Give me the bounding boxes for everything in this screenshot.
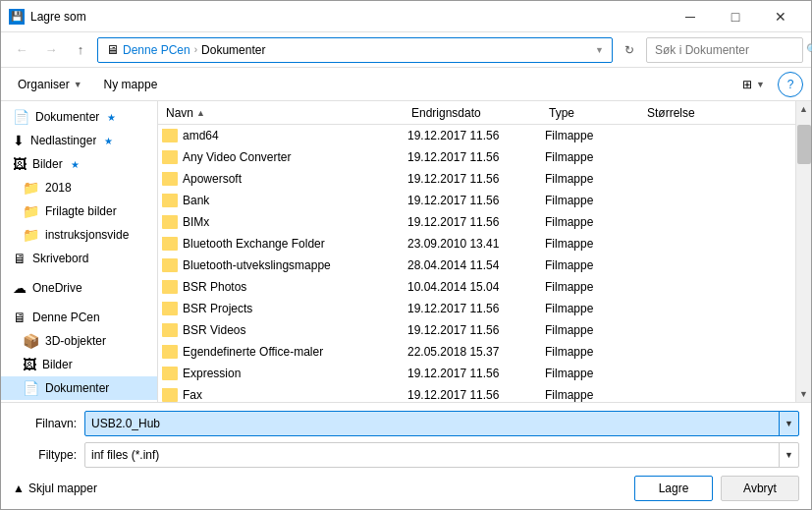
folder-icon-instruksjons: 📁 (23, 227, 39, 243)
scroll-down-arrow[interactable]: ▼ (796, 386, 812, 402)
path-root: Denne PCen (123, 43, 190, 57)
col-header-type[interactable]: Type (545, 101, 643, 124)
filename-row: Filnavn: ▼ (13, 411, 799, 436)
col-header-size[interactable]: Størrelse (643, 101, 791, 124)
table-row[interactable]: Bank 19.12.2017 11.56 Filmappe (158, 190, 795, 211)
sidebar-item-instruksjons[interactable]: 📁 instruksjonsvide (1, 223, 157, 247)
pin-icon-2: ★ (104, 136, 113, 146)
file-cell-date: 19.12.2017 11.56 (407, 150, 545, 164)
folder-icon (162, 237, 178, 251)
table-row[interactable]: Bluetooth Exchange Folder 23.09.2010 13.… (158, 233, 795, 255)
table-row[interactable]: BSR Photos 10.04.2014 15.04 Filmappe (158, 276, 795, 298)
file-list-container: Navn ▲ Endrignsdato Type Størrelse amd64 (158, 101, 795, 402)
sidebar-item-frilagte[interactable]: 📁 Frilagte bilder (1, 199, 157, 223)
folder-icon (162, 172, 178, 186)
table-row[interactable]: Egendefinerte Office-maler 22.05.2018 15… (158, 341, 795, 363)
up-button[interactable]: ↑ (68, 37, 93, 63)
address-bar[interactable]: 🖥 Denne PCen › Dokumenter ▼ (97, 37, 613, 63)
bottom-section: Filnavn: ▼ Filtype: inf files (*.inf) ▼ … (1, 402, 811, 509)
table-row[interactable]: BSR Projects 19.12.2017 11.56 Filmappe (158, 298, 795, 319)
file-cell-name: BSR Projects (162, 302, 407, 315)
file-cell-date: 22.05.2018 15.37 (407, 345, 545, 359)
view-icon: ⊞ (742, 78, 752, 91)
file-cell-date: 19.12.2017 11.56 (407, 323, 545, 337)
search-input[interactable] (655, 43, 802, 57)
file-cell-date: 19.12.2017 11.56 (407, 172, 545, 186)
filename-input[interactable] (85, 412, 779, 435)
minimize-button[interactable]: ─ (668, 1, 713, 32)
table-row[interactable]: Expression 19.12.2017 11.56 Filmappe (158, 363, 795, 384)
table-row[interactable]: Any Video Converter 19.12.2017 11.56 Fil… (158, 146, 795, 168)
folder-icon (162, 302, 178, 315)
pin-icon-3: ★ (71, 159, 80, 170)
file-cell-type: Filmappe (545, 215, 643, 229)
maximize-button[interactable]: □ (713, 1, 758, 32)
folder-icon (162, 150, 178, 164)
file-cell-type: Filmappe (545, 280, 643, 294)
table-row[interactable]: BSR Videos 19.12.2017 11.56 Filmappe (158, 319, 795, 341)
organise-button[interactable]: Organiser ▼ (9, 72, 91, 97)
sidebar-item-bilder2[interactable]: 🖼 Bilder (1, 353, 157, 376)
sidebar-item-dokumenter[interactable]: 📄 Dokumenter ★ (1, 105, 157, 129)
file-cell-name: BSR Videos (162, 323, 407, 337)
folder-icon (162, 280, 178, 294)
file-cell-type: Filmappe (545, 129, 643, 142)
scroll-track[interactable] (796, 117, 811, 386)
file-cell-name: Apowersoft (162, 172, 407, 186)
sidebar: 📄 Dokumenter ★ ⬇ Nedlastinger ★ 🖼 Bilder… (1, 101, 158, 402)
sidebar-item-2018[interactable]: 📁 2018 (1, 176, 157, 199)
cancel-button[interactable]: Avbryt (721, 476, 799, 501)
file-cell-name: Any Video Converter (162, 150, 407, 164)
sidebar-item-skrivebord[interactable]: 🖥 Skrivebord (1, 247, 157, 270)
file-cell-type: Filmappe (545, 258, 643, 272)
sidebar-item-dokumenter2[interactable]: 📄 Dokumenter (1, 376, 157, 400)
new-folder-button[interactable]: Ny mappe (95, 72, 167, 97)
bilder-icon: 🖼 (13, 156, 27, 172)
scroll-thumb[interactable] (797, 125, 811, 164)
view-button[interactable]: ⊞ ▼ (733, 72, 774, 97)
filetype-select-wrap[interactable]: inf files (*.inf) ▼ (84, 442, 799, 468)
search-icon: 🔍 (806, 43, 812, 56)
hide-folders-button[interactable]: ▲ Skjul mapper (13, 476, 97, 501)
sidebar-item-onedrive[interactable]: ☁ OneDrive (1, 276, 157, 300)
save-button[interactable]: Lagre (634, 476, 713, 501)
filename-dropdown-btn[interactable]: ▼ (779, 412, 798, 435)
forward-button[interactable]: → (38, 37, 64, 63)
action-buttons: Lagre Avbryt (634, 476, 799, 501)
table-row[interactable]: Bluetooth-utvekslingsmappe 28.04.2014 11… (158, 255, 795, 276)
folder-icon (162, 323, 178, 337)
back-button[interactable]: ← (9, 37, 34, 63)
search-box[interactable]: 🔍 (646, 37, 803, 63)
scroll-up-arrow[interactable]: ▲ (796, 101, 812, 117)
refresh-button[interactable]: ↻ (617, 37, 642, 63)
right-scrollbar[interactable]: ▲ ▼ (795, 101, 811, 402)
skrivebord-icon: 🖥 (13, 251, 27, 266)
sidebar-item-nedlastinger[interactable]: ⬇ Nedlastinger ★ (1, 129, 157, 152)
sidebar-item-3d[interactable]: 📦 3D-objekter (1, 329, 157, 353)
filetype-dropdown-btn[interactable]: ▼ (779, 443, 798, 467)
filename-input-wrap[interactable]: ▼ (84, 411, 799, 436)
filename-label: Filnavn: (13, 417, 77, 430)
file-cell-type: Filmappe (545, 367, 643, 380)
col-header-name[interactable]: Navn ▲ (162, 101, 407, 124)
col-header-date[interactable]: Endrignsdato (407, 101, 545, 124)
file-cell-type: Filmappe (545, 323, 643, 337)
onedrive-icon: ☁ (13, 280, 27, 296)
table-row[interactable]: Apowersoft 19.12.2017 11.56 Filmappe (158, 168, 795, 190)
sidebar-item-bilder[interactable]: 🖼 Bilder ★ (1, 152, 157, 176)
nedlastinger-icon: ⬇ (13, 133, 25, 148)
sidebar-item-denne-pcen[interactable]: 🖥 Denne PCen (1, 306, 157, 329)
folder-icon-frilagte: 📁 (23, 203, 39, 219)
pcen-icon: 🖥 (13, 310, 27, 325)
file-cell-type: Filmappe (545, 237, 643, 251)
pin-icon: ★ (107, 112, 116, 123)
table-row[interactable]: amd64 19.12.2017 11.56 Filmappe (158, 125, 795, 146)
table-row[interactable]: BIMx 19.12.2017 11.56 Filmappe (158, 211, 795, 233)
help-button[interactable]: ? (778, 72, 803, 97)
close-button[interactable]: ✕ (758, 1, 803, 32)
file-cell-date: 19.12.2017 11.56 (407, 215, 545, 229)
3d-icon: 📦 (23, 333, 39, 349)
path-separator: › (194, 44, 197, 55)
table-row[interactable]: Fax 19.12.2017 11.56 Filmappe (158, 384, 795, 402)
folder-icon-2018: 📁 (23, 180, 39, 196)
